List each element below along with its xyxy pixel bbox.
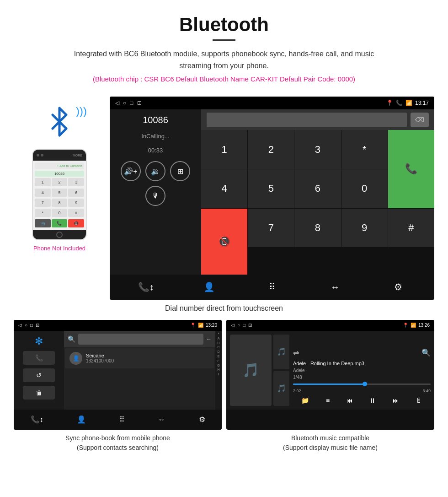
phone-top-bar: MORE xyxy=(33,150,86,161)
album-main-art: 🎵 xyxy=(230,335,272,406)
notification-icon: ⊡ xyxy=(137,100,142,106)
page-description: Integrated with BC6 Bluetooth module, su… xyxy=(64,48,384,71)
key-6[interactable]: 6 xyxy=(294,169,341,208)
next-icon[interactable]: ⏭ xyxy=(393,397,399,404)
volume-up-button[interactable]: 🔊+ xyxy=(121,161,141,181)
volume-down-button[interactable]: 🔉 xyxy=(145,161,165,181)
ms-location-icon: 📍 xyxy=(403,323,408,328)
music-time-current: 2:02 xyxy=(293,389,301,393)
dial-status: InCalling... xyxy=(141,133,169,140)
dialpad-tab-icon[interactable]: ⠿ xyxy=(262,277,282,297)
pb-calls-tab[interactable]: 📞↕ xyxy=(31,415,43,424)
title-divider xyxy=(213,39,235,41)
page-header: Bluetooth Integrated with BC6 Bluetooth … xyxy=(0,0,448,97)
pb-dialpad-tab[interactable]: ⠿ xyxy=(119,415,125,424)
pb-bluetooth-icon: ✻ xyxy=(35,335,43,347)
folder-icon[interactable]: 📁 xyxy=(301,397,309,404)
dial-controls: 🔊+ 🔉 ⊞ 🎙 xyxy=(115,161,196,206)
pb-back-arrow-icon: ← xyxy=(206,336,212,342)
ms-notif-icon: ⊡ xyxy=(248,323,252,328)
pb-search-input[interactable] xyxy=(78,334,203,345)
pb-contacts-tab[interactable]: 👤 xyxy=(77,415,86,424)
pb-search-bar: 🔍 ← xyxy=(64,331,215,347)
phone-screen: + Add to Contacts 10086 123 456 789 *0# … xyxy=(33,161,86,230)
key-2[interactable]: 2 xyxy=(248,130,294,169)
pb-alphabet-index: * A B C D E F G H I xyxy=(215,331,222,410)
phonebook-bottom-bar: 📞↕ 👤 ⠿ ↔ ⚙ xyxy=(14,410,222,430)
key-9[interactable]: 9 xyxy=(341,209,388,248)
signal-icon: 📶 xyxy=(405,100,412,106)
status-left-icons: ◁ ○ □ ⊡ xyxy=(115,100,142,106)
key-8[interactable]: 8 xyxy=(294,209,341,248)
equalizer-icon[interactable]: 🎚 xyxy=(416,397,422,404)
phonebook-screenshot-block: ◁ ○ □ ⊡ 📍 📶 13:20 ✻ 📞 ↺ 🗑 xyxy=(14,320,222,453)
music-playback-controls: 📁 ≡ ⏮ ⏸ ⏭ 🎚 xyxy=(293,395,431,406)
calls-tab-icon[interactable]: 📞↕ xyxy=(136,277,156,297)
key-1[interactable]: 1 xyxy=(201,130,247,169)
signal-waves-icon: ))) xyxy=(76,106,87,117)
call-icon: 📞 xyxy=(396,100,403,106)
prev-icon[interactable]: ⏮ xyxy=(347,397,353,404)
pb-contact-avatar: 👤 xyxy=(69,352,82,365)
key-zero[interactable]: 0 xyxy=(341,169,388,208)
shuffle-icon[interactable]: ⇌ xyxy=(293,348,299,357)
pb-settings-tab[interactable]: ⚙ xyxy=(199,415,205,424)
playlist-icon[interactable]: ≡ xyxy=(326,397,330,404)
music-progress-fill xyxy=(293,384,365,385)
music-caption: Bluetooth music compatible (Support disp… xyxy=(226,433,434,453)
dial-timer: 00:33 xyxy=(148,147,163,154)
contacts-tab-icon[interactable]: 👤 xyxy=(199,277,219,297)
home-icon: ○ xyxy=(123,100,126,106)
ms-back-icon: ◁ xyxy=(231,323,235,328)
main-screen-caption: Dial number direct from touchscreen xyxy=(0,304,448,313)
pb-transfer-tab[interactable]: ↔ xyxy=(158,416,165,424)
bluetooth-info: (Bluetooth chip : CSR BC6 Default Blueto… xyxy=(9,75,439,83)
transfer-tab-icon[interactable]: ↔ xyxy=(325,277,345,297)
transfer-button[interactable]: ⊞ xyxy=(170,161,190,181)
call-answer-button[interactable]: 📞 xyxy=(388,130,434,208)
number-input-box[interactable] xyxy=(207,113,407,127)
key-5[interactable]: 5 xyxy=(248,169,294,208)
phonebook-layout: ✻ 📞 ↺ 🗑 🔍 ← 👤 Seicane xyxy=(14,331,222,410)
bluetooth-icon-container: ))) xyxy=(46,106,73,140)
pb-delete-button[interactable]: 🗑 xyxy=(23,386,55,400)
pb-recents-icon: □ xyxy=(30,323,33,328)
android-status-bar: ◁ ○ □ ⊡ 📍 📞 📶 13:17 xyxy=(110,97,434,109)
album-sm-2: 🎵 xyxy=(273,371,289,406)
pb-home-icon: ○ xyxy=(25,323,27,328)
music-screenshot-block: ◁ ○ □ ⊡ 📍 📶 13:26 🎵 🎵 🎵 xyxy=(226,320,434,453)
music-album-art: 🎵 🎵 🎵 xyxy=(230,335,289,406)
phone-sidebar: ))) MORE + Add to Contacts 10086 123 xyxy=(14,97,105,252)
ms-signal-icon: 📶 xyxy=(411,323,416,328)
phonebook-sidebar: ✻ 📞 ↺ 🗑 xyxy=(14,331,64,410)
search-icon[interactable]: 🔍 xyxy=(421,348,431,357)
call-end-button[interactable]: 📵 xyxy=(201,209,247,275)
dial-number: 10086 xyxy=(143,115,168,125)
pb-location-icon: 📍 xyxy=(190,323,196,328)
status-right-icons: 📍 📞 📶 13:17 xyxy=(386,100,429,106)
settings-tab-icon[interactable]: ⚙ xyxy=(388,277,408,297)
key-7[interactable]: 7 xyxy=(248,209,294,248)
play-pause-icon[interactable]: ⏸ xyxy=(369,397,376,404)
music-info: ⇌ 🔍 Adele - Rolling In the Deep.mp3 Adel… xyxy=(293,335,431,406)
ms-time: 13:26 xyxy=(418,323,430,328)
pb-call-button[interactable]: 📞 xyxy=(23,351,55,365)
android-bottom-bar: 📞↕ 👤 ⠿ ↔ ⚙ xyxy=(110,275,434,300)
dial-right-panel: ⌫ 1 2 3 * 📞 4 5 6 0 📵 7 8 xyxy=(201,109,434,275)
music-controls-top: ⇌ 🔍 xyxy=(293,348,431,357)
pb-contact-item[interactable]: 👤 Seicane 13241007000 xyxy=(65,348,214,368)
key-4[interactable]: 4 xyxy=(201,169,247,208)
key-star[interactable]: * xyxy=(341,130,388,169)
key-hash[interactable]: # xyxy=(388,209,434,248)
pb-sync-button[interactable]: ↺ xyxy=(23,368,55,382)
music-screen: ◁ ○ □ ⊡ 📍 📶 13:26 🎵 🎵 🎵 xyxy=(226,320,434,430)
key-3[interactable]: 3 xyxy=(294,130,341,169)
music-progress-dot[interactable] xyxy=(363,382,367,386)
music-layout: 🎵 🎵 🎵 ⇌ 🔍 Adele - Rolling In the Deep.mp… xyxy=(226,331,434,410)
phone-bottom xyxy=(33,230,86,239)
mute-button[interactable]: 🎙 xyxy=(145,186,165,206)
album-secondary-art: 🎵 🎵 xyxy=(273,335,289,406)
music-time: 2:02 3:49 xyxy=(293,389,431,393)
bluetooth-symbol-icon xyxy=(46,106,73,138)
backspace-button[interactable]: ⌫ xyxy=(411,113,429,127)
